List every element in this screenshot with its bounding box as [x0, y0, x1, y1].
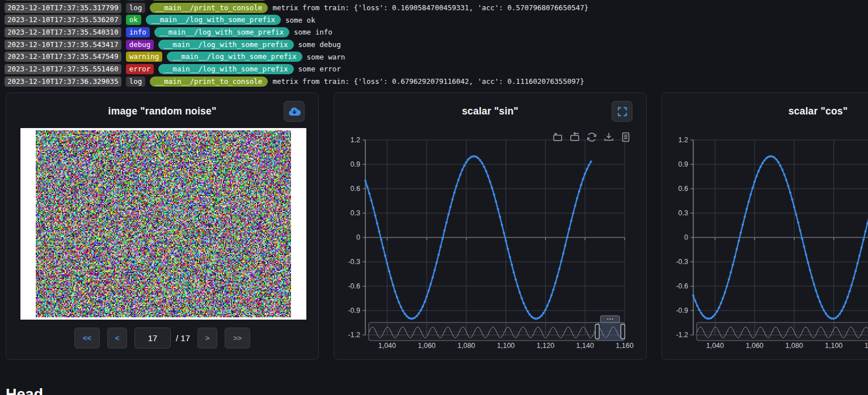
cos-chart-title: scalar "cos" — [662, 105, 868, 117]
log-prefix-badge: __main__/log_with_some_prefix — [158, 40, 293, 50]
prev-page-button[interactable]: < — [107, 328, 127, 349]
sin-chart-title: scalar "sin" — [334, 105, 646, 117]
log-message: metrix from train: {'loss': 0.1690584700… — [272, 3, 588, 12]
x-axis-tick-label: 1,120 — [537, 342, 554, 350]
restore-icon[interactable] — [586, 131, 597, 143]
log-level-badge: log — [126, 77, 146, 87]
page-number-input[interactable] — [134, 328, 171, 349]
y-axis-tick-label: -0.6 — [348, 282, 360, 290]
log-level-badge: ok — [126, 15, 141, 25]
log-prefix-badge: __main__/print_to_console — [150, 0, 268, 1]
data-view-icon[interactable] — [620, 131, 631, 143]
log-timestamp: 2023-12-10T17:37:35.317799 — [5, 3, 121, 13]
zoom-reset-icon[interactable] — [569, 131, 580, 143]
log-message: metrix from train: {'loss': 0.6796292079… — [272, 77, 584, 86]
y-axis-tick-label: -1.2 — [348, 331, 360, 339]
image-pagination: << < / 17 > >> — [6, 328, 318, 349]
x-axis-tick-label: 1,040 — [378, 342, 396, 350]
cloud-download-icon — [288, 106, 301, 117]
y-axis-tick-label: 0.6 — [351, 185, 360, 193]
y-axis-tick-label: -0.3 — [676, 258, 688, 266]
x-axis-tick-label: 1,060 — [418, 342, 436, 350]
x-axis-tick-label: 1,060 — [746, 342, 764, 350]
log-row: 2023-12-10T17:37:35.540310info__main__/l… — [5, 26, 868, 39]
y-axis-tick-label: 0.9 — [351, 160, 360, 168]
chart-toolbox — [552, 131, 631, 143]
cos-chart-card: scalar "cos" 1.20.90.60.30-0.3-0.6-0.9-1… — [661, 92, 868, 360]
log-message: some debug — [298, 40, 341, 49]
sin-line-chart: 1.20.90.60.30-0.3-0.6-0.9-1.21,0401,0601… — [334, 127, 647, 360]
random-noise-image — [36, 130, 291, 317]
image-card-title: image "random noise" — [6, 105, 318, 117]
log-level-badge: warning — [126, 52, 163, 62]
last-page-button[interactable]: >> — [225, 328, 250, 349]
log-row: 2023-12-10T17:37:35.317799log__main__/pr… — [5, 2, 868, 14]
x-axis-tick-label: 1,160 — [616, 342, 633, 350]
y-axis-tick-label: 0 — [356, 233, 360, 241]
datazoom-right-handle[interactable] — [621, 324, 625, 339]
y-axis-tick-label: 0.3 — [679, 209, 688, 217]
y-axis-tick-label: -0.9 — [348, 307, 360, 315]
x-axis-tick-label: 1,080 — [785, 342, 803, 350]
y-axis-tick-label: 0 — [684, 233, 688, 241]
datazoom-left-handle[interactable] — [595, 324, 599, 339]
next-page-button[interactable]: > — [197, 328, 217, 349]
log-prefix-badge: __main__/print_to_console — [150, 3, 268, 13]
log-level-badge: log — [126, 3, 146, 13]
image-frame — [20, 128, 306, 320]
y-axis-tick-label: 0.6 — [679, 185, 688, 193]
log-timestamp: 2023-12-10T17:37:35.540310 — [5, 27, 121, 37]
log-level-badge: info — [126, 27, 150, 37]
log-timestamp: 2023-12-10T17:37:35.551460 — [5, 64, 121, 74]
y-axis-tick-label: 1.2 — [351, 136, 360, 144]
x-axis-tick-label: 1,140 — [576, 342, 594, 350]
log-message: some info — [294, 28, 332, 36]
fullscreen-button[interactable] — [612, 101, 633, 122]
y-axis-tick-label: 0.3 — [351, 209, 360, 217]
log-prefix-badge: __main__/log_with_some_prefix — [154, 27, 289, 37]
zoom-select-icon[interactable] — [552, 131, 563, 143]
y-axis-tick-label: -0.6 — [676, 282, 688, 290]
log-console: 2023-12-10T17:37:35.317799log__main__/pr… — [0, 0, 868, 88]
log-prefix-badge: __main__/log_with_some_prefix — [146, 15, 281, 25]
log-message: some warn — [307, 53, 345, 61]
y-axis-tick-label: -1.2 — [676, 331, 688, 339]
log-level-badge: error — [126, 64, 154, 74]
log-row: 2023-12-10T17:37:35.536207ok__main__/log… — [5, 14, 868, 26]
app-root: 2023-12-10T17:37:35.317799log__main__/pr… — [0, 0, 868, 395]
x-axis-tick-label: 1,100 — [825, 342, 842, 350]
sin-chart-card: scalar "sin" 1.20.90.60.30-0.3-0.6-0.9-1… — [334, 92, 647, 360]
x-axis-tick-label: 1,080 — [457, 342, 475, 350]
x-axis-tick-label: 1,100 — [497, 342, 515, 350]
cards-row: image "random noise" << < / 17 > >> — [6, 92, 868, 360]
image-card: image "random noise" << < / 17 > >> — [6, 92, 319, 360]
log-level-badge: log — [126, 0, 146, 1]
log-timestamp: 2023-12-10T17:37:35.543417 — [5, 40, 121, 50]
log-level-badge: debug — [126, 40, 154, 50]
log-message: some ok — [285, 16, 315, 24]
cos-line-chart: 1.20.90.60.30-0.3-0.6-0.9-1.21,0401,0601… — [662, 127, 868, 360]
log-row: 2023-12-10T17:37:35.551460error__main__/… — [5, 63, 868, 75]
y-axis-tick-label: -0.3 — [348, 258, 360, 266]
log-prefix-badge: __main__/print_to_console — [150, 77, 268, 87]
log-prefix-badge: __main__/log_with_some_prefix — [158, 64, 293, 74]
log-prefix-badge: __main__/log_with_some_prefix — [167, 52, 302, 62]
y-axis-tick-label: 1.2 — [679, 136, 688, 144]
download-button[interactable] — [284, 101, 305, 122]
save-image-icon[interactable] — [603, 131, 614, 143]
y-axis-tick-label: 0.9 — [679, 160, 688, 168]
x-axis-tick-label: 1,120 — [865, 342, 868, 350]
first-page-button[interactable]: << — [74, 328, 100, 349]
log-row: 2023-12-10T17:37:35.543417debug__main__/… — [5, 39, 868, 51]
datazoom-window[interactable] — [597, 322, 623, 341]
log-timestamp: 2023-12-10T17:37:35.547549 — [5, 52, 121, 62]
x-axis-tick-label: 1,040 — [706, 342, 724, 350]
log-message: some error — [298, 65, 341, 73]
log-timestamp: 2023-12-10T17:37:35.317799 — [5, 0, 121, 1]
y-axis-tick-label: -0.9 — [676, 307, 688, 315]
log-timestamp: 2023-12-10T17:37:35.536207 — [5, 15, 121, 25]
fullscreen-icon — [617, 106, 628, 117]
page-total-label: / 17 — [176, 333, 190, 343]
log-row: 2023-12-10T17:37:35.547549warning__main_… — [5, 50, 868, 63]
log-timestamp: 2023-12-10T17:37:36.329035 — [5, 77, 121, 87]
